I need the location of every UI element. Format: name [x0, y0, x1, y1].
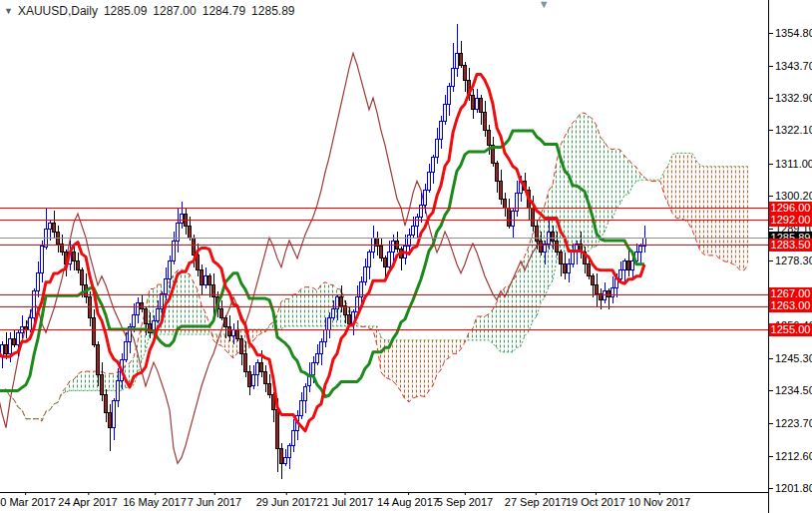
cloud-segment — [728, 167, 732, 263]
candle-body — [320, 341, 323, 353]
cloud-segment — [285, 299, 289, 326]
candle-body — [181, 214, 184, 223]
candle-body — [133, 315, 136, 327]
candle-body — [73, 253, 76, 261]
candle-body — [500, 181, 503, 199]
candle-body — [220, 309, 223, 318]
date-tick-label: 24 Apr 2017 — [58, 496, 117, 508]
candle-body — [157, 309, 160, 321]
candle-body — [284, 457, 287, 463]
cloud-segment — [609, 149, 612, 222]
candle-body — [412, 226, 415, 235]
cloud-segment — [708, 167, 712, 256]
price-axis[interactable]: 1354.801343.701332.901322.101311.001300.… — [768, 0, 812, 513]
cloud-segment — [736, 167, 740, 270]
candle-body — [619, 270, 622, 279]
candle-body — [49, 223, 52, 229]
candle-body — [428, 173, 431, 191]
price-tick-label: 1354.80 — [775, 27, 812, 39]
symbol-period-label: XAUUSD,Daily — [18, 4, 98, 18]
candle-body — [336, 297, 339, 309]
candle-body — [472, 95, 475, 110]
cloud-segment — [616, 149, 620, 209]
candle-body — [212, 285, 215, 297]
candle-body — [328, 317, 331, 329]
chart-shift-marker-icon[interactable]: ▼ — [539, 0, 550, 10]
cloud-segment — [401, 340, 405, 399]
cloud-segment — [676, 153, 680, 218]
cloud-segment — [525, 247, 529, 336]
price-tick-label: 1300.20 — [775, 190, 812, 202]
symbol-ohlc-line: ▼XAUUSD,Daily1285.091287.001284.791285.8… — [4, 4, 295, 18]
cloud-segment — [277, 301, 281, 329]
candle-body — [564, 264, 567, 273]
candle-body — [556, 241, 559, 253]
cloud-segment — [597, 126, 601, 248]
candle-body — [388, 253, 391, 267]
candle-body — [484, 113, 487, 131]
candle-body — [292, 431, 295, 446]
cloud-segment — [636, 167, 640, 181]
candle-body — [568, 264, 571, 273]
date-tick-label: 5 Sep 2017 — [437, 496, 493, 508]
cloud-segment — [569, 123, 573, 252]
chart-canvas — [0, 0, 768, 492]
candle-body — [97, 344, 100, 374]
candle-body — [252, 374, 255, 386]
candle-body — [344, 306, 347, 315]
chart-plot[interactable]: ▼XAUUSD,Daily1285.091287.001284.791285.8… — [0, 0, 768, 492]
candle-body — [368, 253, 371, 267]
time-axis[interactable]: 30 Mar 201724 Apr 201716 May 20177 Jun 2… — [0, 492, 812, 513]
candle-body — [643, 238, 646, 247]
candle-body — [384, 258, 387, 267]
candle-body — [105, 395, 108, 413]
cloud-segment — [585, 113, 589, 252]
candle-body — [623, 261, 626, 270]
price-tick-label: 1322.10 — [775, 124, 812, 136]
cloud-segment — [317, 284, 321, 326]
cloud-segment — [680, 153, 684, 220]
cloud-segment — [724, 167, 728, 262]
candle-body — [165, 279, 168, 294]
candle-body — [37, 273, 40, 291]
candle-body — [204, 276, 207, 285]
cloud-segment — [481, 316, 485, 340]
cloud-segment — [445, 340, 449, 360]
candle-body — [13, 338, 16, 344]
candle-body — [189, 226, 192, 238]
candle-body — [488, 131, 491, 146]
candle-body — [145, 309, 148, 324]
price-level-label: 1292.00 — [769, 214, 812, 227]
candle-body — [236, 329, 239, 338]
ohlc-high: 1287.00 — [153, 4, 196, 18]
candle-body — [572, 253, 575, 264]
candle-body — [29, 317, 32, 329]
candle-body — [424, 190, 427, 205]
candle-body — [452, 68, 455, 86]
price-tick-label: 1212.60 — [775, 450, 812, 462]
cloud-segment — [449, 340, 453, 358]
candle-body — [420, 205, 423, 217]
cloud-segment — [485, 314, 489, 340]
candle-body — [101, 374, 104, 395]
price-tick-label: 1311.00 — [775, 158, 812, 170]
price-tick-label: 1223.70 — [775, 417, 812, 429]
cloud-segment — [70, 379, 74, 390]
candle-body — [376, 238, 379, 247]
cloud-segment — [421, 340, 425, 397]
collapse-arrow-icon[interactable]: ▼ — [4, 6, 13, 16]
candle-body — [627, 261, 630, 270]
candle-body — [456, 53, 459, 68]
cloud-segment — [453, 340, 457, 353]
price-tick-label: 1245.30 — [775, 352, 812, 364]
candle-body — [117, 380, 120, 401]
candle-body — [596, 285, 599, 294]
cloud-segment — [589, 116, 593, 252]
price-tick-label: 1332.90 — [775, 92, 812, 104]
cloud-segment — [732, 167, 736, 265]
cloud-segment — [704, 167, 708, 256]
candle-body — [536, 226, 539, 241]
cloud-segment — [712, 167, 716, 256]
candle-body — [332, 309, 335, 318]
cloud-segment — [182, 268, 186, 334]
